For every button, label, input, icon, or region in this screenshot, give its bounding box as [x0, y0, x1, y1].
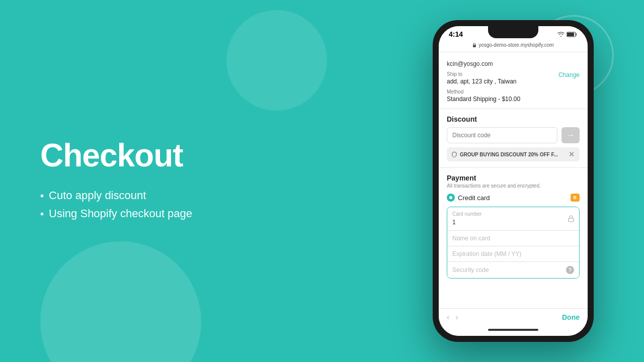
- radio-inner: [449, 196, 452, 199]
- browser-bar: yosgo-demo-store.myshopify.com: [439, 40, 588, 52]
- phone-mockup: 4:14: [433, 20, 594, 342]
- battery-icon: [567, 32, 578, 37]
- card-number-info: Card number 1: [452, 211, 481, 226]
- badge-left: GROUP BUYING DISCOUNT 20% OFF F...: [452, 151, 558, 157]
- browser-url: yosgo-demo-store.myshopify.com: [478, 42, 553, 48]
- nav-prev-button[interactable]: ‹: [447, 313, 449, 322]
- svg-rect-2: [473, 45, 476, 47]
- lock-icon: [568, 215, 574, 222]
- braintree-badge: B: [571, 194, 580, 202]
- ship-to-label: Ship to: [447, 71, 517, 77]
- shield-icon: [452, 151, 457, 157]
- order-email: kcin@yosgo.com: [447, 58, 580, 71]
- status-icons: [557, 32, 578, 37]
- bottom-nav: ‹ › Done: [439, 308, 588, 326]
- credit-card-label: Credit card: [458, 194, 490, 202]
- phone-screen: 4:14: [439, 26, 588, 336]
- status-time: 4:14: [449, 30, 463, 38]
- method-left: Credit card: [447, 194, 490, 202]
- bg-circle-center: [226, 10, 327, 111]
- card-number-field[interactable]: Card number 1: [447, 207, 579, 231]
- order-info-block: kcin@yosgo.com Ship to add, apt, 123 cit…: [439, 52, 588, 109]
- discount-badge: GROUP BUYING DISCOUNT 20% OFF F... ✕: [447, 147, 580, 161]
- discount-apply-button[interactable]: →: [561, 127, 580, 143]
- done-button[interactable]: Done: [562, 313, 580, 321]
- lock-icon-browser: [472, 43, 476, 48]
- method-value: Standard Shipping - $10.00: [447, 96, 580, 103]
- change-button[interactable]: Change: [558, 71, 580, 78]
- left-panel: Checkout Cuto apply discount Using Shopi…: [40, 137, 192, 225]
- method-label: Method: [447, 89, 580, 95]
- name-placeholder: Name on card: [452, 235, 490, 242]
- phone-notch: [488, 26, 538, 38]
- radio-button-credit-card[interactable]: [447, 194, 455, 202]
- page-title: Checkout: [40, 137, 192, 174]
- security-code-field[interactable]: Security code ?: [447, 262, 579, 278]
- card-number-label: Card number: [452, 211, 481, 217]
- expiration-date-field[interactable]: Expiration date (MM / YY): [447, 246, 579, 262]
- badge-close-button[interactable]: ✕: [569, 150, 575, 158]
- payment-title: Payment: [447, 174, 580, 182]
- svg-rect-3: [569, 218, 574, 222]
- discount-input-row: →: [447, 127, 580, 143]
- svg-rect-1: [567, 33, 574, 36]
- payment-subtitle: All transactions are secure and encrypte…: [447, 183, 580, 189]
- discount-code-input[interactable]: [447, 127, 557, 143]
- ship-to-info: Ship to add, apt, 123 city , Taiwan: [447, 71, 517, 85]
- ship-to-row: Ship to add, apt, 123 city , Taiwan Chan…: [447, 71, 580, 85]
- ship-to-value: add, apt, 123 city , Taiwan: [447, 78, 517, 85]
- card-number-value: 1: [452, 219, 456, 226]
- badge-text: GROUP BUYING DISCOUNT 20% OFF F...: [460, 152, 558, 157]
- payment-section: Payment All transactions are secure and …: [439, 168, 588, 285]
- feature-item-2: Using Shopify checkout page: [40, 207, 192, 220]
- feature-list: Cuto apply discount Using Shopify checko…: [40, 189, 192, 220]
- card-fields: Card number 1 Name on card: [447, 207, 580, 279]
- security-placeholder: Security code: [452, 266, 489, 274]
- payment-method-row: Credit card B: [447, 194, 580, 202]
- nav-next-button[interactable]: ›: [455, 313, 458, 322]
- discount-title: Discount: [447, 115, 580, 123]
- name-on-card-field[interactable]: Name on card: [447, 231, 579, 246]
- discount-section: Discount → GROUP BUYING DISCOUNT 20% OFF…: [439, 109, 588, 168]
- home-bar: [439, 326, 588, 336]
- security-help-icon[interactable]: ?: [566, 266, 574, 274]
- nav-arrows: ‹ ›: [447, 313, 458, 322]
- method-row: Method Standard Shipping - $10.00: [447, 89, 580, 103]
- scroll-content[interactable]: kcin@yosgo.com Ship to add, apt, 123 cit…: [439, 52, 588, 308]
- expiration-placeholder: Expiration date (MM / YY): [452, 250, 521, 257]
- phone-shell: 4:14: [433, 20, 594, 342]
- feature-item-1: Cuto apply discount: [40, 189, 192, 202]
- bg-circle-bottom-left: [40, 241, 201, 362]
- wifi-icon: [557, 32, 565, 37]
- home-indicator: [488, 329, 538, 331]
